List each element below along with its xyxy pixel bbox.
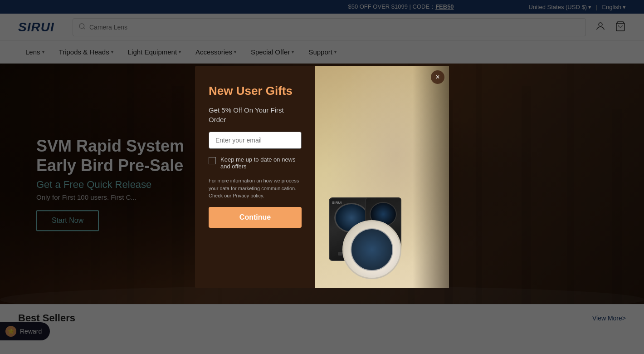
modal-description: Get 5% Off On Your First Order [209,105,302,124]
lens-product-3 [342,220,401,279]
checkbox-label: Keep me up to date on news and offers [220,156,302,170]
modal-image-panel: SIRUI [315,66,449,288]
checkbox-row: Keep me up to date on news and offers [209,156,302,170]
modal-overlay[interactable]: New User Gifts Get 5% Off On Your First … [0,0,644,354]
modal-form-panel: New User Gifts Get 5% Off On Your First … [195,66,315,288]
privacy-text: For more information on how we process y… [209,177,302,200]
newsletter-checkbox[interactable] [209,157,216,164]
person-silhouette [413,66,449,288]
email-input[interactable] [209,132,302,149]
modal-title: New User Gifts [209,84,302,98]
modal-close-button[interactable]: × [431,70,444,84]
continue-button[interactable]: Continue [209,207,302,228]
newsletter-modal: New User Gifts Get 5% Off On Your First … [195,66,449,288]
